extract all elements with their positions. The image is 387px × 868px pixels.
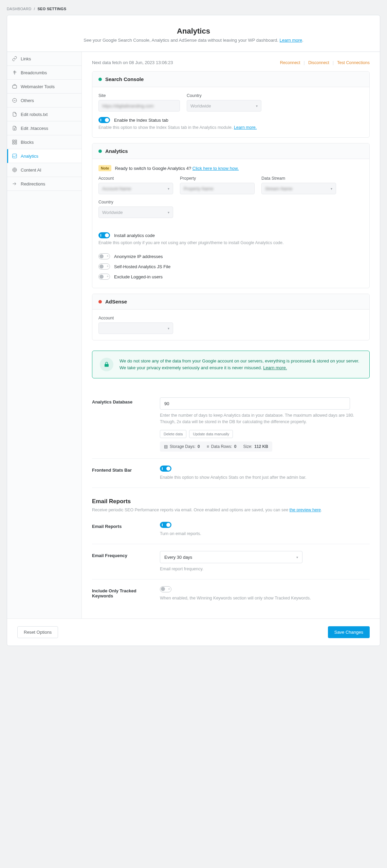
analytics-db-input[interactable]: [160, 397, 350, 410]
breadcrumb-root[interactable]: DASHBOARD: [7, 7, 31, 11]
status-dot-icon: [98, 78, 102, 81]
property-label: Property: [180, 176, 255, 181]
analytics-country-select[interactable]: Worldwide▾: [98, 206, 173, 218]
file-text-icon: [12, 125, 17, 131]
sidebar-item-links[interactable]: Links: [7, 52, 81, 66]
chevron-down-icon: ▾: [256, 104, 258, 108]
analytics-db-label: Analytics Database: [92, 397, 153, 452]
toggle-label: Exclude Logged-in users: [114, 274, 163, 279]
sidebar-item-robots[interactable]: Edit robots.txt: [7, 107, 81, 121]
chart-icon: [12, 153, 17, 159]
link-icon: [12, 56, 17, 61]
anonymize-ip-toggle[interactable]: [98, 253, 110, 259]
tracked-keywords-desc: When enabled, the Winning Keywords secti…: [160, 595, 370, 601]
chevron-down-icon: ▾: [296, 555, 298, 559]
blocks-icon: [12, 139, 17, 145]
panel-title: Analytics: [105, 148, 128, 154]
site-select[interactable]: https://digitalbranding.com: [98, 100, 180, 112]
reconnect-link[interactable]: Reconnect: [280, 60, 300, 65]
test-connections-link[interactable]: Test Connections: [337, 60, 370, 65]
sidebar-label: Others: [21, 98, 34, 103]
svg-rect-2: [13, 140, 14, 142]
note-text: Ready to switch to Google Analytics 4? C…: [115, 166, 239, 171]
next-fetch-text: Next data fetch on 08 Jun, 2023 13:06:23: [92, 60, 173, 65]
sidebar-label: Edit .htaccess: [21, 126, 48, 131]
country-select[interactable]: Worldwide▾: [187, 100, 261, 112]
chevron-down-icon: ▾: [168, 211, 169, 214]
country-label: Country: [187, 93, 261, 98]
svg-rect-0: [13, 85, 17, 88]
section-desc: Receive periodic SEO Performance reports…: [92, 507, 370, 513]
frontend-stats-desc: Enable this option to show Analytics Sta…: [160, 474, 370, 481]
svg-rect-3: [15, 140, 17, 142]
email-reports-toggle[interactable]: [160, 522, 171, 528]
panel-title: Search Console: [105, 76, 144, 82]
tracked-keywords-toggle[interactable]: [160, 586, 171, 592]
page-header: Analytics See your Google Search Console…: [7, 15, 380, 52]
account-select[interactable]: Account Name▾: [98, 183, 173, 194]
adsense-account-select[interactable]: ▾: [98, 322, 173, 334]
sidebar-item-webmaster[interactable]: Webmaster Tools: [7, 80, 81, 94]
property-select[interactable]: Property Name: [180, 183, 255, 194]
calendar-icon: ▤: [164, 444, 168, 449]
analytics-panel: Analytics Note Ready to switch to Google…: [92, 143, 370, 288]
svg-point-7: [13, 168, 17, 172]
sidebar-item-redirections[interactable]: Redirections: [7, 177, 81, 191]
header-learn-more-link[interactable]: Learn more: [280, 38, 302, 43]
install-analytics-toggle[interactable]: [98, 232, 110, 238]
sidebar-item-htaccess[interactable]: Edit .htaccess: [7, 121, 81, 135]
chevron-down-icon: ▾: [168, 187, 169, 191]
email-frequency-label: Email Frequency: [92, 551, 153, 572]
sidebar-item-others[interactable]: Others: [7, 94, 81, 107]
db-stats: ▤Storage Days: 0 ≡Data Rows: 0 Size: 112…: [160, 441, 272, 452]
update-data-button[interactable]: Update data manually: [189, 430, 233, 438]
preview-link[interactable]: the preview here: [290, 508, 321, 512]
adsense-panel: AdSense Account ▾: [92, 294, 370, 340]
selfhosted-toggle[interactable]: [98, 263, 110, 270]
email-reports-header: Email Reports Receive periodic SEO Perfo…: [92, 498, 370, 513]
reset-options-button[interactable]: Reset Options: [17, 626, 58, 638]
exclude-loggedin-toggle[interactable]: [98, 274, 110, 280]
sidebar-label: Analytics: [21, 154, 38, 159]
sidebar-item-analytics[interactable]: Analytics: [7, 149, 81, 163]
sidebar-item-content-ai[interactable]: Content AI: [7, 163, 81, 177]
sidebar-label: Redirections: [21, 181, 45, 186]
save-changes-button[interactable]: Save Changes: [328, 626, 370, 638]
breadcrumb-current: SEO SETTINGS: [37, 7, 66, 11]
sidebar-label: Edit robots.txt: [21, 112, 48, 117]
privacy-learn-more-link[interactable]: Learn more.: [263, 365, 287, 370]
email-reports-label: Email Reports: [92, 522, 153, 537]
datastream-select[interactable]: Stream Name▾: [261, 183, 336, 194]
sidebar-label: Breadcrumbs: [21, 70, 47, 75]
ga4-link[interactable]: Click here to know how.: [192, 166, 239, 171]
toggle-label: Enable the Index Status tab: [114, 118, 168, 123]
page-subtitle: See your Google Search Console, Analytic…: [21, 38, 366, 43]
svg-rect-4: [13, 142, 14, 144]
email-reports-desc: Turn on email reports.: [160, 531, 370, 537]
sidebar-label: Webmaster Tools: [21, 84, 55, 89]
sidebar-item-blocks[interactable]: Blocks: [7, 135, 81, 149]
delete-data-button[interactable]: Delete data: [160, 430, 186, 438]
country-label: Country: [98, 200, 173, 204]
email-frequency-desc: Email report frequency.: [160, 566, 370, 572]
svg-rect-6: [13, 154, 17, 158]
email-frequency-select[interactable]: Every 30 days ▾: [160, 551, 302, 563]
toggle-description: Enable this option only if you are not u…: [98, 240, 363, 245]
search-console-panel: Search Console Site https://digitalbrand…: [92, 71, 370, 138]
sidebar-label: Links: [21, 56, 31, 61]
panel-title: AdSense: [105, 299, 127, 304]
privacy-text: We do not store any of the data from you…: [119, 358, 362, 371]
sidebar-item-breadcrumbs[interactable]: Breadcrumbs: [7, 66, 81, 80]
status-dot-icon: [98, 300, 102, 303]
svg-rect-5: [15, 142, 17, 144]
frontend-stats-toggle[interactable]: [160, 466, 171, 472]
circle-icon: [12, 98, 17, 103]
datastream-label: Data Stream: [261, 176, 336, 181]
frontend-stats-label: Frontend Stats Bar: [92, 466, 153, 481]
learn-more-link[interactable]: Learn more.: [234, 125, 257, 130]
index-status-toggle[interactable]: [98, 117, 110, 123]
signpost-icon: [12, 70, 17, 75]
chevron-down-icon: ▾: [168, 327, 169, 330]
lock-icon: [100, 358, 113, 371]
disconnect-link[interactable]: Disconnect: [308, 60, 329, 65]
